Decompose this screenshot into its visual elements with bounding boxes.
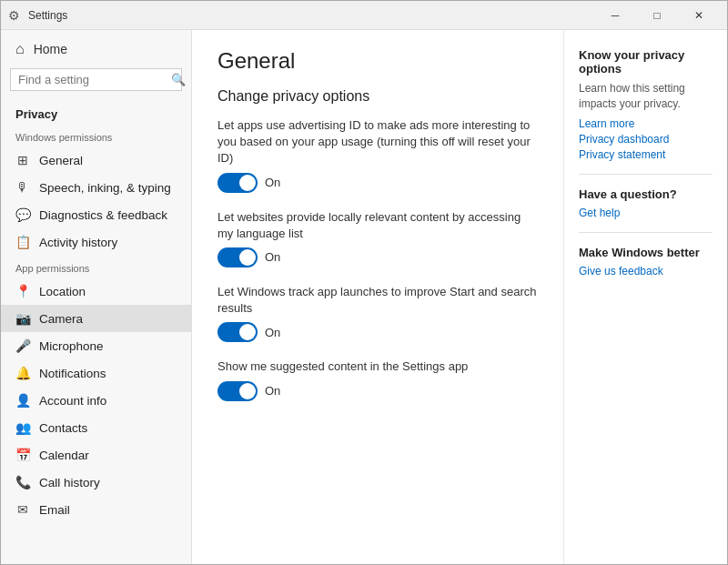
email-icon: ✉ (15, 502, 30, 517)
sidebar-item-label: Call history (39, 476, 100, 489)
windows-better-title: Make Windows better (579, 246, 713, 259)
settings-window: ⚙ Settings ─ □ ✕ ⌂ Home 🔍 Privacy Window… (0, 0, 728, 565)
toggle-advertising-id[interactable] (217, 173, 258, 193)
option-text: Show me suggested content in the Setting… (217, 358, 538, 375)
toggle-track-launches[interactable] (217, 322, 258, 342)
question-title: Have a question? (579, 187, 713, 201)
sidebar-item-speech[interactable]: 🎙 Speech, inking, & typing (1, 174, 191, 201)
give-feedback-link[interactable]: Give us feedback (579, 265, 713, 277)
divider (579, 174, 713, 175)
toggle-label: On (265, 176, 280, 189)
option-track-launches: Let Windows track app launches to improv… (217, 284, 538, 342)
app-permissions-label: App permissions (1, 256, 191, 277)
camera-icon: 📷 (15, 311, 30, 326)
sidebar-item-label: General (39, 154, 83, 167)
sidebar-item-camera[interactable]: 📷 Camera (1, 305, 191, 332)
sidebar-item-label: Contacts (39, 421, 87, 435)
get-help-link[interactable]: Get help (579, 207, 713, 219)
activity-icon: 📋 (15, 235, 30, 249)
know-privacy-title: Know your privacy options (579, 48, 713, 76)
main-content: General Change privacy options Let apps … (192, 30, 563, 564)
microphone-icon: 🎤 (15, 338, 30, 353)
content-area: ⌂ Home 🔍 Privacy Windows permissions ⊞ G… (1, 30, 727, 564)
sidebar-item-call-history[interactable]: 📞 Call history (1, 469, 191, 496)
sidebar-item-notifications[interactable]: 🔔 Notifications (1, 359, 191, 387)
divider (579, 232, 713, 233)
know-privacy-text: Learn how this setting impacts your priv… (579, 81, 713, 112)
settings-icon: ⚙ (8, 8, 23, 23)
call-history-icon: 📞 (15, 475, 30, 489)
sidebar-item-label: Microphone (39, 339, 104, 353)
option-suggested-content: Show me suggested content in the Setting… (217, 358, 538, 400)
sidebar-item-label: Camera (39, 312, 83, 326)
search-box: 🔍 (10, 68, 182, 91)
home-icon: ⌂ (15, 41, 25, 57)
option-language-list: Let websites provide locally relevant co… (217, 209, 538, 267)
privacy-dashboard-link[interactable]: Privacy dashboard (579, 133, 713, 146)
calendar-icon: 📅 (15, 448, 30, 462)
general-icon: ⊞ (15, 153, 30, 167)
privacy-statement-link[interactable]: Privacy statement (579, 148, 713, 161)
sidebar-item-microphone[interactable]: 🎤 Microphone (1, 332, 191, 359)
location-icon: 📍 (15, 284, 30, 298)
search-input[interactable] (18, 73, 171, 86)
sidebar-item-label: Account info (39, 394, 106, 408)
section-subtitle: Change privacy options (217, 88, 538, 105)
right-panel: Know your privacy options Learn how this… (563, 30, 727, 564)
sidebar-item-calendar[interactable]: 📅 Calendar (1, 441, 191, 469)
option-advertising-id: Let apps use advertising ID to make ads … (217, 117, 538, 193)
learn-more-link[interactable]: Learn more (579, 117, 713, 130)
window-title: Settings (28, 9, 594, 22)
contacts-icon: 👥 (15, 420, 30, 435)
sidebar-item-label: Location (39, 285, 86, 298)
toggle-row: On (217, 322, 538, 342)
minimize-button[interactable]: ─ (594, 1, 636, 30)
sidebar-item-activity[interactable]: 📋 Activity history (1, 228, 191, 256)
sidebar-item-diagnostics[interactable]: 💬 Diagnostics & feedback (1, 201, 191, 228)
toggle-label: On (265, 384, 280, 398)
privacy-label: Privacy (1, 98, 191, 125)
sidebar-item-label: Diagnostics & feedback (39, 208, 167, 222)
toggle-row: On (217, 173, 538, 193)
toggle-label: On (265, 250, 280, 264)
toggle-row: On (217, 247, 538, 267)
window-controls: ─ □ ✕ (594, 1, 720, 30)
sidebar-item-location[interactable]: 📍 Location (1, 277, 191, 305)
sidebar-item-label: Notifications (39, 367, 106, 380)
close-button[interactable]: ✕ (678, 1, 720, 30)
sidebar-item-label: Calendar (39, 449, 89, 462)
windows-permissions-label: Windows permissions (1, 125, 191, 146)
diagnostics-icon: 💬 (15, 207, 30, 222)
toggle-label: On (265, 326, 280, 339)
option-text: Let apps use advertising ID to make ads … (217, 117, 538, 167)
account-icon: 👤 (15, 393, 30, 408)
sidebar-item-home[interactable]: ⌂ Home (1, 34, 191, 65)
option-text: Let Windows track app launches to improv… (217, 284, 538, 317)
toggle-suggested-content[interactable] (217, 381, 258, 401)
sidebar-item-label: Speech, inking, & typing (39, 181, 171, 195)
toggle-row: On (217, 381, 538, 401)
speech-icon: 🎙 (15, 180, 30, 195)
notifications-icon: 🔔 (15, 366, 30, 380)
sidebar-item-email[interactable]: ✉ Email (1, 496, 191, 523)
sidebar-item-account-info[interactable]: 👤 Account info (1, 387, 191, 414)
sidebar-item-label: Email (39, 503, 70, 517)
search-icon: 🔍 (171, 73, 186, 86)
toggle-language-list[interactable] (217, 247, 258, 267)
title-bar: ⚙ Settings ─ □ ✕ (1, 1, 727, 30)
sidebar-item-label: Activity history (39, 236, 117, 249)
option-text: Let websites provide locally relevant co… (217, 209, 538, 242)
home-label: Home (34, 42, 67, 56)
page-title: General (217, 48, 538, 74)
sidebar: ⌂ Home 🔍 Privacy Windows permissions ⊞ G… (1, 30, 192, 564)
maximize-button[interactable]: □ (636, 1, 678, 30)
sidebar-item-general[interactable]: ⊞ General (1, 146, 191, 174)
sidebar-item-contacts[interactable]: 👥 Contacts (1, 414, 191, 441)
